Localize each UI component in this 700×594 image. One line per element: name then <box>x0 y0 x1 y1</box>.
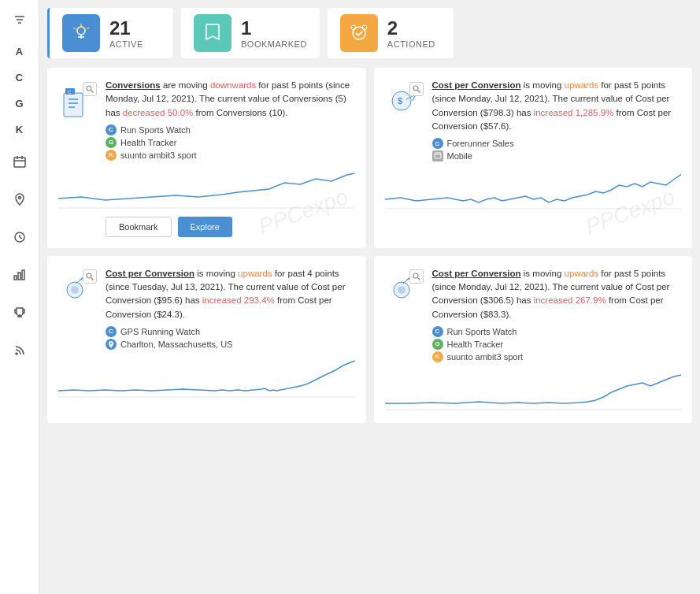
svg-text:$: $ <box>398 96 402 106</box>
svg-point-32 <box>87 86 91 91</box>
main-content: 21 Active 1 Bookmarked <box>39 0 700 594</box>
svg-rect-3 <box>14 158 25 167</box>
card3-product-1-label: GPS Running Watch <box>120 327 200 336</box>
active-number: 21 <box>109 17 143 39</box>
clock-icon[interactable] <box>8 225 31 249</box>
bookmarked-stat-info: 1 Bookmarked <box>241 17 307 49</box>
card3-metric-link[interactable]: Cost per Conversion <box>106 269 194 278</box>
card3-magnify[interactable] <box>83 269 97 284</box>
explore-button[interactable]: Explore <box>178 217 232 237</box>
card1-product-2: G Health Tracker <box>106 137 355 148</box>
card4-products: C Run Sports Watch G Health Tracker K su… <box>432 326 682 362</box>
card1-change: decreased 50.0% <box>123 108 194 117</box>
card4-product-2: G Health Tracker <box>432 339 682 350</box>
card3-product-1: C GPS Running Watch <box>106 326 355 337</box>
card1-product-2-label: Health Tracker <box>120 138 177 147</box>
svg-line-54 <box>418 278 420 280</box>
card4-icon-img <box>389 273 420 304</box>
stat-bookmarked: 1 Bookmarked <box>181 8 320 58</box>
svg-rect-26 <box>64 93 83 117</box>
svg-rect-40 <box>435 153 441 158</box>
card2-sparkline <box>385 168 682 211</box>
bookmarked-label: Bookmarked <box>241 39 307 49</box>
card2-desc-prefix: is moving <box>524 80 565 90</box>
card3-product-2: Charlton, Massachusetts, US <box>106 339 355 350</box>
sidebar-item-c[interactable]: C <box>16 72 23 84</box>
svg-point-46 <box>87 273 91 278</box>
svg-point-44 <box>71 286 79 294</box>
svg-point-7 <box>18 197 20 199</box>
svg-line-33 <box>91 91 94 93</box>
card4-metric-link[interactable]: Cost per Conversion <box>432 269 521 278</box>
card3-icon-img <box>62 273 94 304</box>
svg-line-52 <box>403 277 409 284</box>
card1-metric-link[interactable]: Conversions <box>106 80 161 90</box>
card4-product-2-dot: G <box>432 339 443 350</box>
app-container: A C G K <box>0 0 700 594</box>
svg-point-38 <box>413 86 418 91</box>
card2-products: C Forerunner Sales Mobile <box>432 138 682 161</box>
calendar-icon[interactable] <box>8 150 31 173</box>
location-icon[interactable] <box>8 187 31 211</box>
svg-rect-13 <box>22 270 24 280</box>
insight-card-3: Cost per Conversion is moving upwards fo… <box>47 256 366 423</box>
card1-text: Conversions are moving downwards for pas… <box>106 79 355 120</box>
svg-point-51 <box>398 286 406 294</box>
card2-change: increased 1,285.9% <box>534 108 614 117</box>
bookmark-button[interactable]: Bookmark <box>106 217 172 237</box>
card3-product-2-dot <box>106 339 117 350</box>
card2-icon: $ <box>385 79 424 122</box>
rss-icon[interactable] <box>8 339 31 362</box>
svg-point-23 <box>353 27 365 39</box>
sidebar-item-g[interactable]: G <box>15 98 23 110</box>
sidebar-item-a[interactable]: A <box>16 46 23 58</box>
card1-icon-img: C <box>62 85 94 117</box>
stats-bar: 21 Active 1 Bookmarked <box>47 8 692 58</box>
svg-rect-11 <box>14 276 17 280</box>
stat-actioned: 2 Actioned <box>328 8 454 58</box>
card2-direction: upwards <box>565 80 598 90</box>
card1-product-1-dot: C <box>106 124 117 136</box>
card4-direction: upwards <box>565 269 598 278</box>
card4-product-1: C Run Sports Watch <box>432 326 682 337</box>
actioned-label: Actioned <box>387 39 435 49</box>
svg-line-47 <box>91 278 94 280</box>
card2-product-1: C Forerunner Sales <box>432 138 682 149</box>
card4-change: increased 267.9% <box>534 295 606 305</box>
card2-magnify[interactable] <box>409 82 424 96</box>
actioned-icon-box <box>340 14 378 52</box>
sidebar-item-k[interactable]: K <box>16 124 23 136</box>
card1-product-1: C Run Sports Watch <box>106 124 355 136</box>
active-icon-box <box>62 14 100 52</box>
card1-icon: C <box>58 79 98 122</box>
card3-product-2-label: Charlton, Massachusetts, US <box>120 340 232 349</box>
bookmarked-icon-box <box>194 14 231 52</box>
card1-direction: downwards <box>210 80 256 90</box>
filter-icon[interactable] <box>8 8 31 32</box>
card2-product-1-label: Forerunner Sales <box>447 139 514 148</box>
card4-product-2-label: Health Tracker <box>447 340 504 349</box>
card4-product-3: K suunto ambit3 sport <box>432 351 682 362</box>
chart-icon[interactable] <box>8 263 31 287</box>
trophy-icon[interactable] <box>8 301 31 325</box>
cards-grid: C Conversions are moving downwards <box>47 68 692 423</box>
svg-point-48 <box>110 343 112 344</box>
card2-metric-link[interactable]: Cost per Conversion <box>432 80 521 90</box>
actioned-number: 2 <box>387 17 435 39</box>
svg-line-45 <box>76 277 83 284</box>
active-label: Active <box>109 39 143 49</box>
card1-sparkline <box>58 167 355 210</box>
svg-line-10 <box>20 237 22 239</box>
svg-text:C: C <box>68 90 72 95</box>
card4-sparkline <box>385 369 682 412</box>
card4-product-3-label: suunto ambit3 sport <box>447 352 524 362</box>
card4-magnify[interactable] <box>409 269 424 284</box>
sidebar: A C G K <box>0 0 39 594</box>
card1-magnify[interactable] <box>83 82 97 96</box>
card3-direction: upwards <box>238 269 272 278</box>
card2-product-2: Mobile <box>432 150 682 161</box>
svg-line-39 <box>418 91 420 93</box>
bookmarked-number: 1 <box>241 17 307 39</box>
insight-card-1: C Conversions are moving downwards <box>47 68 366 248</box>
card1-product-1-label: Run Sports Watch <box>120 125 191 135</box>
